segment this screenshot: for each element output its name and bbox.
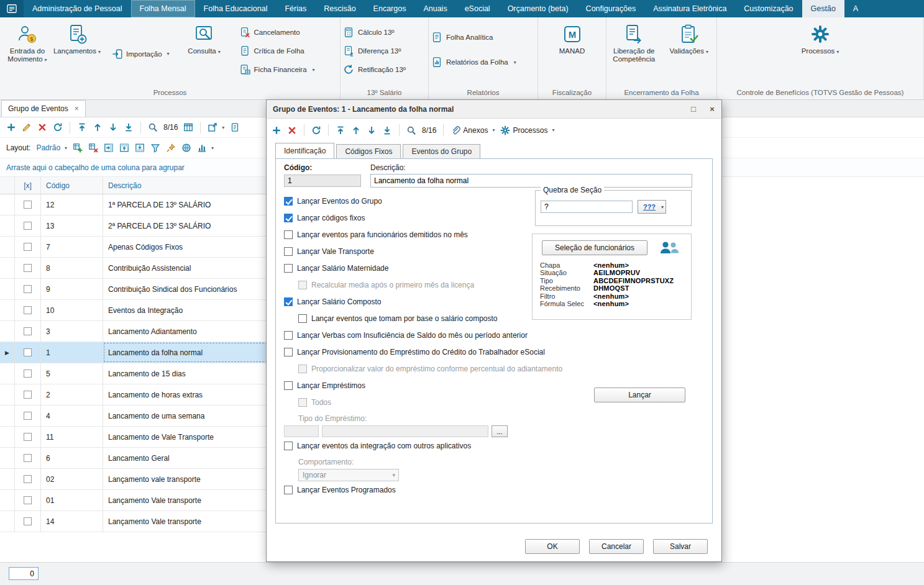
checkbox-row[interactable]: Lançar Verbas com Insuficiência de Saldo… — [284, 327, 562, 343]
row-checkbox[interactable] — [24, 327, 32, 335]
panel-right-button[interactable] — [104, 143, 114, 153]
ribbon-tab[interactable]: Orçamento (beta) — [499, 0, 577, 17]
row-checkbox[interactable] — [24, 348, 32, 356]
loan-browse-button[interactable]: ... — [492, 425, 508, 437]
ribbon-button[interactable]: Diferença 13º — [343, 45, 406, 57]
chart-button[interactable]: ▾ — [197, 143, 214, 153]
ribbon-button[interactable]: Cálculo 13º — [343, 27, 406, 38]
ribbon-button[interactable]: Folha Analítica — [431, 32, 516, 43]
arrow-down-button[interactable] — [367, 125, 377, 135]
row-checkbox[interactable] — [24, 433, 32, 441]
dialog-tab[interactable]: Eventos do Grupo — [403, 144, 480, 158]
checkbox-row[interactable]: Lançar Eventos do Grupo — [284, 193, 562, 209]
checkbox[interactable] — [298, 398, 307, 407]
checkbox-row[interactable]: Todos — [284, 394, 562, 410]
checkbox[interactable] — [298, 314, 307, 323]
ribbon-tab[interactable]: Customização — [735, 0, 802, 17]
ribbon-button[interactable]: Processos▾ — [795, 20, 845, 56]
grid-plus-button[interactable] — [73, 143, 83, 153]
ribbon-tab[interactable]: Férias — [276, 0, 315, 17]
checkbox[interactable] — [284, 197, 293, 206]
ribbon-button[interactable]: Validações▾ — [664, 20, 715, 56]
checkbox[interactable] — [284, 230, 293, 239]
dialog-tab[interactable]: Identificação — [275, 143, 334, 158]
row-checkbox[interactable] — [24, 306, 32, 314]
checkbox[interactable] — [298, 281, 307, 289]
cell-codigo[interactable]: 9 — [41, 279, 103, 299]
checkbox[interactable] — [284, 381, 293, 390]
grid-x-button[interactable] — [88, 143, 98, 153]
selecao-funcionarios-button[interactable]: Seleção de funcionários — [542, 240, 647, 255]
checkbox-row[interactable]: Lançar Empréstimos — [284, 377, 562, 394]
ribbon-button[interactable]: Consulta▾ — [180, 20, 229, 56]
dialog-tab[interactable]: Códigos Fixos — [336, 144, 401, 158]
ribbon-button[interactable]: Importação▾ — [112, 48, 170, 60]
cancelar-button[interactable]: Cancelar — [589, 539, 644, 554]
cell-codigo[interactable]: 01 — [41, 490, 103, 510]
arrow-up-button[interactable] — [351, 125, 361, 135]
checkbox[interactable] — [284, 348, 293, 356]
ribbon-button[interactable]: Crítica de Folha — [239, 45, 315, 57]
ribbon-tab[interactable]: Folha Educacional — [195, 0, 277, 17]
ribbon-tab[interactable]: Assinatura Eletrônica — [644, 0, 735, 17]
ribbon-button[interactable]: Cancelamento — [239, 27, 315, 38]
row-checkbox[interactable] — [24, 370, 32, 378]
row-checkbox[interactable] — [24, 264, 32, 272]
row-checkbox[interactable] — [24, 517, 32, 525]
checkbox[interactable] — [284, 486, 293, 494]
app-menu-button[interactable] — [0, 0, 24, 17]
checkbox-row[interactable]: Proporcionalizar valor do empréstimo con… — [284, 360, 562, 377]
ribbon-button[interactable]: $Entrada do Movimento▾ — [2, 20, 52, 64]
dialog-title-bar[interactable]: Grupo de Eventos: 1 - Lancamento da folh… — [267, 100, 721, 119]
checkbox[interactable] — [298, 365, 307, 373]
red-x-button[interactable] — [287, 125, 297, 135]
quebra-secao-input[interactable] — [541, 201, 633, 213]
checkbox[interactable] — [284, 247, 293, 256]
arrow-last-button[interactable] — [382, 125, 392, 135]
ribbon-button[interactable]: Retificação 13º — [343, 64, 406, 75]
checkbox-row[interactable]: Lançar Salário Maternidade — [284, 260, 562, 276]
paperclip-button[interactable]: Anexos▾ — [451, 125, 495, 135]
checkbox[interactable] — [284, 331, 293, 340]
arrow-up-button[interactable] — [93, 122, 103, 132]
ribbon-tab[interactable]: Anuais — [414, 0, 455, 17]
ribbon-button[interactable]: Ficha Financeira▾ — [239, 64, 315, 75]
descricao-input[interactable] — [370, 174, 692, 188]
ribbon-button[interactable]: Lançamentos▾ — [52, 20, 102, 56]
tab-grupo-de-eventos[interactable]: Grupo de Eventos × — [1, 100, 86, 117]
checkbox-row[interactable]: Lançar Provisionamento do Empréstimo do … — [284, 343, 562, 360]
gear-button[interactable]: Processos▾ — [500, 125, 554, 135]
record-count-input[interactable] — [9, 567, 39, 580]
cell-codigo[interactable]: 4 — [41, 406, 103, 426]
cell-codigo[interactable]: 6 — [41, 448, 103, 468]
ribbon-tab[interactable]: eSocial — [456, 0, 499, 17]
document-button[interactable] — [230, 122, 240, 132]
checkbox-row[interactable]: Lançar Vale Transporte — [284, 243, 562, 260]
open-external-button[interactable]: ▾ — [208, 122, 224, 132]
cell-codigo[interactable]: 8 — [41, 258, 103, 278]
checkbox-row[interactable]: Lançar eventos para funcionários demitid… — [284, 226, 562, 243]
row-checkbox[interactable] — [24, 201, 32, 209]
arrow-first-button[interactable] — [336, 125, 345, 135]
refresh-button[interactable] — [311, 125, 321, 135]
cell-codigo[interactable]: 2 — [41, 384, 103, 405]
ribbon-tab[interactable]: A — [844, 0, 867, 17]
checkbox[interactable] — [284, 264, 293, 273]
ok-button[interactable]: OK — [525, 539, 580, 554]
salvar-button[interactable]: Salvar — [653, 539, 708, 554]
ribbon-button[interactable]: Relatórios da Folha▾ — [431, 57, 516, 68]
red-x-button[interactable] — [37, 122, 47, 132]
grid-column-header[interactable]: [x] — [15, 177, 41, 194]
refresh-button[interactable] — [53, 122, 63, 132]
checkbox-row[interactable]: Recalcular media após o primeiro mês da … — [284, 276, 562, 293]
sphere-button[interactable] — [181, 143, 191, 153]
table-columns-button[interactable] — [183, 122, 193, 132]
checkbox-row[interactable]: Lançar Salário Composto — [284, 293, 562, 310]
row-checkbox[interactable] — [24, 285, 32, 293]
row-checkbox[interactable] — [24, 496, 32, 504]
cell-codigo[interactable]: 12 — [41, 194, 103, 215]
tab-close-icon[interactable]: × — [75, 104, 79, 113]
magnifier-button[interactable] — [406, 125, 416, 135]
ribbon-tab[interactable]: Rescisão — [315, 0, 364, 17]
close-button[interactable]: × — [703, 100, 721, 119]
